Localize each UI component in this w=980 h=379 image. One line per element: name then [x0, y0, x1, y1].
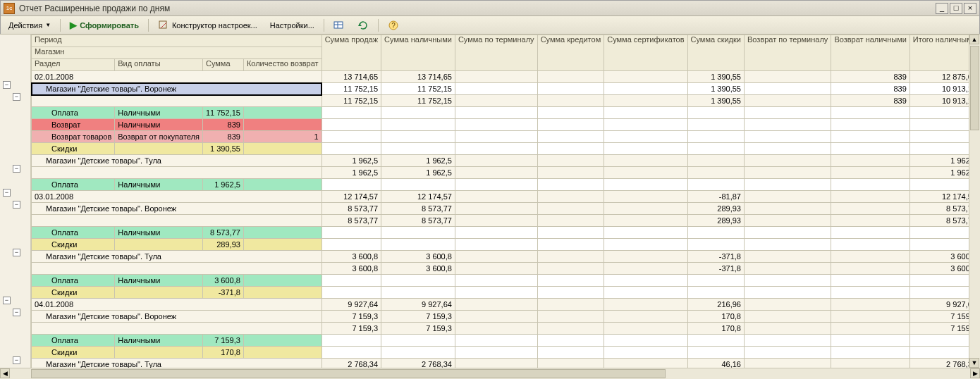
cell-m8	[831, 239, 909, 251]
cell-sum: 839	[202, 119, 243, 131]
table-row[interactable]: Скидки-371,8	[32, 287, 981, 299]
cell-m7	[744, 95, 831, 107]
cell-group	[32, 215, 322, 227]
cell-m3	[455, 131, 537, 143]
vertical-scrollbar[interactable]: ▲ ▼	[969, 35, 980, 368]
table-row[interactable]: Магазин "Детские товары". Тула3 600,83 6…	[32, 251, 981, 263]
cell-paytype	[115, 143, 203, 155]
table-row[interactable]: 7 159,37 159,3170,87 159,3	[32, 323, 981, 335]
table-row[interactable]: 02.01.200813 714,6513 714,651 390,558391…	[32, 71, 981, 83]
cell-m4	[537, 167, 604, 179]
table-row[interactable]: Магазин "Детские товары". Воронеж7 159,3…	[32, 311, 981, 323]
cell-m3	[455, 155, 537, 167]
cell-m7	[744, 179, 831, 191]
table-row[interactable]: 1 962,51 962,51 962,5	[32, 167, 981, 179]
expand-toggle[interactable]: −	[13, 165, 20, 173]
table-row[interactable]: 3 600,83 600,8-371,83 600,8	[32, 263, 981, 275]
table-row[interactable]: ОплатаНаличными1 962,5	[32, 179, 981, 191]
cell-group: 02.01.2008	[32, 71, 322, 83]
maximize-button[interactable]: □	[950, 3, 962, 14]
table-row[interactable]: Магазин "Детские товары". Воронеж11 752,…	[32, 83, 981, 95]
expand-toggle[interactable]: −	[13, 356, 20, 364]
expand-toggle[interactable]: −	[13, 201, 20, 209]
cell-m8	[831, 107, 909, 119]
cell-m7	[744, 215, 831, 227]
minimize-button[interactable]: _	[936, 3, 948, 14]
cell-m2	[381, 347, 455, 359]
expand-toggle[interactable]: −	[3, 189, 11, 197]
cell-m3	[455, 107, 537, 119]
cell-m6	[687, 239, 744, 251]
cell-group: Магазин "Детские товары". Воронеж	[32, 83, 322, 95]
cell-m1	[321, 119, 381, 131]
table-row[interactable]: Скидки289,93	[32, 239, 981, 251]
table-row[interactable]: Скидки170,8	[32, 347, 981, 359]
table-row[interactable]: ОплатаНаличными11 752,15	[32, 107, 981, 119]
table-row[interactable]: 03.01.200812 174,5712 174,57-81,8712 174…	[32, 191, 981, 203]
cell-m1	[321, 239, 381, 251]
scroll-thumb-h[interactable]	[31, 369, 666, 378]
cell-group: Магазин "Детские товары". Тула	[32, 155, 322, 167]
tool-button-1[interactable]	[329, 18, 350, 32]
cell-m4	[537, 323, 604, 335]
hdr-store: Магазин	[32, 47, 322, 59]
expand-toggle[interactable]: −	[3, 81, 11, 89]
expand-toggle[interactable]: −	[13, 249, 20, 256]
cell-m1	[321, 335, 381, 347]
cell-m3	[455, 203, 537, 215]
cell-m4	[537, 227, 604, 239]
cell-m2: 7 159,3	[381, 311, 455, 323]
cell-sum: 289,93	[202, 239, 243, 251]
table-row[interactable]: ВозвратНаличными839	[32, 119, 981, 131]
cell-m1: 7 159,3	[321, 323, 381, 335]
expand-toggle[interactable]: −	[13, 309, 20, 316]
cell-m7	[744, 203, 831, 215]
table-row[interactable]: ОплатаНаличными3 600,8	[32, 275, 981, 287]
cell-m8	[831, 215, 909, 227]
table-row[interactable]: ОплатаНаличными7 159,3	[32, 335, 981, 347]
table-row[interactable]: Магазин "Детские товары". Воронеж8 573,7…	[32, 203, 981, 215]
help-button[interactable]: ?	[383, 18, 404, 32]
expand-toggle[interactable]: −	[3, 297, 11, 304]
table-row[interactable]: 8 573,778 573,77289,938 573,77	[32, 215, 981, 227]
cell-m2	[381, 335, 455, 347]
table-row[interactable]: Магазин "Детские товары". Тула1 962,51 9…	[32, 155, 981, 167]
cell-m3	[455, 263, 537, 275]
hdr-m1: Сумма продаж	[321, 35, 381, 71]
scroll-down-icon[interactable]: ▼	[969, 358, 979, 368]
report-table[interactable]: Период Сумма продаж Сумма наличными Сумм…	[31, 35, 980, 379]
designer-button[interactable]: Конструктор настроек...	[153, 18, 262, 32]
scroll-thumb-v[interactable]	[970, 46, 979, 130]
cell-m7	[744, 107, 831, 119]
scroll-right-icon[interactable]: ▶	[970, 368, 980, 378]
cell-m7	[744, 143, 831, 155]
scroll-up-icon[interactable]: ▲	[969, 35, 979, 44]
cell-m3	[455, 167, 537, 179]
tool-button-2[interactable]	[353, 18, 374, 32]
cell-m5	[604, 83, 687, 95]
table-row[interactable]: Возврат товаровВозврат от покупателя8391	[32, 131, 981, 143]
separator	[378, 19, 379, 32]
separator	[324, 19, 324, 32]
table-row[interactable]: ОплатаНаличными8 573,77	[32, 227, 981, 239]
expand-toggle[interactable]: −	[13, 93, 20, 101]
hdr-qty: Количество возврат	[243, 59, 321, 71]
scroll-left-icon[interactable]: ◀	[0, 368, 10, 378]
table-row[interactable]: 04.01.20089 927,649 927,64216,969 927,64	[32, 299, 981, 311]
horizontal-scrollbar[interactable]: ◀ ▶	[0, 368, 980, 379]
toolbar: Действия ▼ ▶ Сформировать Конструктор на…	[1, 16, 979, 35]
cell-m1	[321, 179, 381, 191]
cell-m6: 1 390,55	[687, 83, 744, 95]
cell-m3	[455, 239, 537, 251]
table-row[interactable]: 11 752,1511 752,151 390,5583910 913,15	[32, 95, 981, 107]
cell-section: Возврат	[32, 119, 115, 131]
chevron-down-icon: ▼	[45, 22, 51, 28]
actions-menu[interactable]: Действия ▼	[4, 18, 56, 32]
cell-m8	[831, 203, 909, 215]
cell-m3	[455, 335, 537, 347]
generate-button[interactable]: ▶ Сформировать	[65, 18, 144, 32]
close-button[interactable]: ×	[964, 3, 976, 14]
settings-button[interactable]: Настройки...	[265, 18, 319, 32]
table-row[interactable]: Скидки1 390,55	[32, 143, 981, 155]
cell-sum: -371,8	[202, 287, 243, 299]
